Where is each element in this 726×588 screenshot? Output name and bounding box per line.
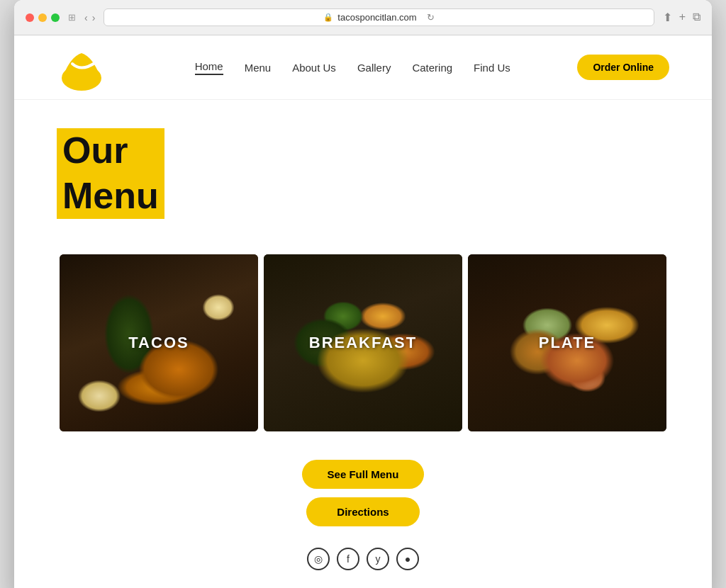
menu-card-breakfast[interactable]: BREAKFAST — [264, 254, 462, 431]
share-icon[interactable]: ⬆ — [663, 11, 672, 24]
lock-icon: 🔒 — [323, 13, 333, 22]
address-bar[interactable]: 🔒 tacosponcitlan.com ↻ — [104, 9, 654, 26]
browser-chrome: ⊞ ‹ › 🔒 tacosponcitlan.com ↻ ⬆ + ⧉ — [14, 0, 712, 35]
cta-section: See Full Menu Directions — [14, 453, 712, 541]
new-tab-icon[interactable]: + — [679, 11, 686, 24]
traffic-lights — [26, 13, 60, 22]
see-full-menu-button[interactable]: See Full Menu — [302, 460, 425, 489]
social-icons-section: ◎ f y ● — [14, 541, 712, 577]
nav-about-us[interactable]: About Us — [292, 62, 336, 74]
close-button[interactable] — [26, 13, 34, 22]
menu-cards-section: TACOS BREAKFAST PLATE — [14, 233, 712, 453]
tacos-label: TACOS — [128, 334, 189, 352]
window-controls: ⊞ — [68, 12, 76, 23]
breakfast-label: BREAKFAST — [309, 334, 417, 352]
instagram-icon[interactable]: ◎ — [307, 548, 330, 570]
url-text: tacosponcitlan.com — [337, 12, 416, 23]
nav-menu[interactable]: Menu — [245, 62, 272, 74]
browser-action-buttons: ⬆ + ⧉ — [663, 11, 700, 24]
directions-button[interactable]: Directions — [306, 497, 420, 526]
order-online-button[interactable]: Order Online — [577, 55, 669, 80]
nav-gallery[interactable]: Gallery — [357, 62, 391, 74]
back-button[interactable]: ‹ — [84, 12, 88, 23]
nav-find-us[interactable]: Find Us — [474, 62, 510, 74]
page-content: Home Menu About Us Gallery Catering Find… — [14, 35, 712, 588]
nav-home[interactable]: Home — [195, 60, 223, 75]
forward-button[interactable]: › — [92, 12, 96, 23]
menu-card-tacos[interactable]: TACOS — [60, 254, 258, 431]
hero-section: Our Menu — [14, 100, 712, 233]
nav-catering[interactable]: Catering — [412, 62, 452, 74]
our-menu-line1: Our — [57, 128, 164, 174]
menu-card-plate[interactable]: PLATE — [468, 254, 666, 431]
sidebar-toggle-icon[interactable]: ⊞ — [68, 12, 76, 23]
browser-window: ⊞ ‹ › 🔒 tacosponcitlan.com ↻ ⬆ + ⧉ — [14, 0, 712, 588]
main-nav: Home Menu About Us Gallery Catering Find… — [128, 60, 577, 75]
yelp-icon[interactable]: y — [367, 548, 389, 570]
site-header: Home Menu About Us Gallery Catering Find… — [14, 35, 712, 100]
maximize-button[interactable] — [51, 13, 60, 22]
refresh-icon[interactable]: ↻ — [427, 12, 435, 23]
our-menu-title: Our Menu — [57, 128, 164, 219]
tab-overview-icon[interactable]: ⧉ — [693, 11, 700, 24]
facebook-icon[interactable]: f — [337, 548, 359, 570]
our-menu-line2: Menu — [57, 174, 164, 219]
minimize-button[interactable] — [38, 13, 47, 22]
plate-label: PLATE — [539, 334, 596, 352]
browser-nav-controls: ‹ › — [84, 12, 95, 23]
site-logo — [57, 43, 106, 92]
tripadvisor-icon[interactable]: ● — [396, 548, 419, 570]
